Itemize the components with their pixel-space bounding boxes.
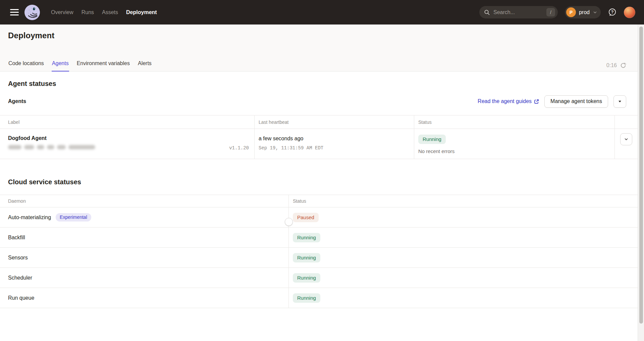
agent-version: v1.1.20 xyxy=(229,145,249,151)
cloud-service-statuses-heading: Cloud service statuses xyxy=(8,178,644,186)
refresh-timer: 0:16 xyxy=(606,62,617,68)
agent-id-redacted xyxy=(8,145,95,149)
agent-statuses-heading: Agent statuses xyxy=(8,80,644,88)
column-header-label: Label xyxy=(0,115,255,129)
primary-nav: Overview Runs Assets Deployment xyxy=(51,9,157,15)
search-shortcut-key: / xyxy=(546,8,555,16)
column-header-actions xyxy=(615,115,638,129)
external-link-icon xyxy=(534,99,539,104)
heartbeat-timestamp: Sep 19, 11:31:59 AM EDT xyxy=(255,142,414,151)
refresh-countdown: 0:16 xyxy=(606,62,626,68)
manage-agent-tokens-button[interactable]: Manage agent tokens xyxy=(544,95,608,108)
agent-guides-link-label: Read the agent guides xyxy=(478,98,532,104)
tab-code-locations[interactable]: Code locations xyxy=(8,60,44,71)
daemon-name: Run queue xyxy=(8,295,34,301)
table-row: Scheduler Running xyxy=(0,268,638,288)
help-button[interactable]: ? xyxy=(608,8,617,17)
daemon-name: Scheduler xyxy=(8,275,32,281)
top-navbar: Overview Runs Assets Deployment / P prod xyxy=(0,0,644,25)
heartbeat-relative: a few seconds ago xyxy=(255,129,414,142)
agent-actions-cell xyxy=(615,129,638,159)
daemon-name: Backfill xyxy=(8,235,25,241)
daemon-name: Auto-materializing xyxy=(8,214,51,221)
agent-heartbeat-cell: a few seconds ago Sep 19, 11:31:59 AM ED… xyxy=(255,129,414,159)
chevron-down-icon xyxy=(593,10,597,15)
tab-alerts[interactable]: Alerts xyxy=(138,60,152,71)
page-title: Deployment xyxy=(0,25,638,40)
nav-item-overview[interactable]: Overview xyxy=(51,9,73,15)
experimental-badge: Experimental xyxy=(56,213,91,222)
vertical-scrollbar[interactable] xyxy=(638,25,644,341)
user-avatar[interactable] xyxy=(624,7,635,18)
status-badge: Paused xyxy=(293,213,319,222)
table-row: Auto-materializing Experimental Paused xyxy=(0,207,638,228)
chevron-down-icon xyxy=(624,137,629,142)
search-box[interactable]: / xyxy=(479,6,558,18)
deployment-name: prod xyxy=(579,9,590,15)
org-initial-badge: P xyxy=(566,7,576,17)
hamburger-menu-icon[interactable] xyxy=(10,9,19,15)
status-badge: Running xyxy=(418,135,446,144)
agent-errors-text: No recent errors xyxy=(414,144,614,154)
help-icon: ? xyxy=(608,8,617,17)
agent-name: Dogfood Agent xyxy=(0,129,254,141)
agents-subheading: Agents xyxy=(8,98,26,104)
caret-down-icon xyxy=(619,101,621,102)
agents-subheader: Agents Read the agent guides Manage agen… xyxy=(0,95,638,108)
refresh-icon[interactable] xyxy=(620,62,626,68)
column-header-daemon: Daemon xyxy=(0,195,289,207)
agent-row-expand-button[interactable] xyxy=(620,133,632,145)
column-header-last-heartbeat: Last heartbeat xyxy=(255,115,414,129)
agent-actions-dropdown-button[interactable] xyxy=(613,95,626,108)
tab-agents[interactable]: Agents xyxy=(52,60,69,71)
status-badge: Running xyxy=(293,273,320,283)
column-header-status: Status xyxy=(289,195,638,207)
status-badge: Running xyxy=(293,293,320,303)
daemon-name: Sensors xyxy=(8,255,28,261)
table-row: Run queue Running xyxy=(0,288,638,308)
agents-table: Label Last heartbeat Status Dogfood Agen… xyxy=(0,115,638,159)
column-header-status: Status xyxy=(414,115,615,129)
agent-guides-link[interactable]: Read the agent guides xyxy=(478,98,539,104)
nav-item-deployment[interactable]: Deployment xyxy=(126,9,157,15)
table-row: Backfill Running xyxy=(0,228,638,248)
scrollbar-thumb[interactable] xyxy=(639,27,643,324)
tab-environment-variables[interactable]: Environment variables xyxy=(76,60,130,71)
page-header: Deployment Code locations Agents Environ… xyxy=(0,25,638,71)
dagster-logo-icon[interactable] xyxy=(24,4,40,20)
status-badge: Running xyxy=(293,253,320,262)
nav-item-runs[interactable]: Runs xyxy=(82,9,94,15)
agent-status-cell: Running No recent errors xyxy=(414,129,615,159)
status-badge: Running xyxy=(293,233,320,242)
cloud-services-table: Daemon Status Auto-materializing Experim… xyxy=(0,195,638,308)
tab-bar: Code locations Agents Environment variab… xyxy=(8,60,152,71)
search-input[interactable] xyxy=(493,9,546,15)
deployment-switcher[interactable]: P prod xyxy=(565,6,601,18)
search-icon xyxy=(484,9,490,15)
agent-label-cell: Dogfood Agent v1.1.20 xyxy=(0,129,255,159)
svg-text:?: ? xyxy=(611,10,614,14)
table-row: Sensors Running xyxy=(0,248,638,268)
nav-item-assets[interactable]: Assets xyxy=(102,9,118,15)
